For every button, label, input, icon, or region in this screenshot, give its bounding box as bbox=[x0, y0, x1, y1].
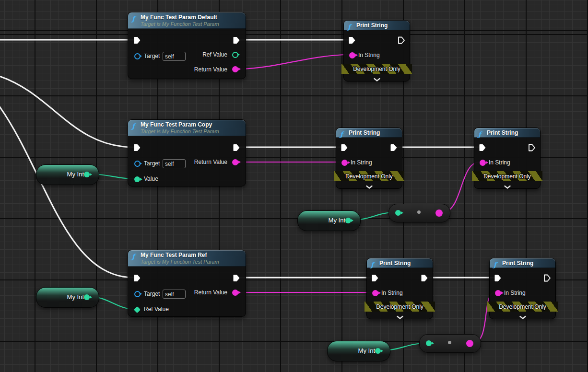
in-string-pin-label: In String bbox=[358, 52, 380, 58]
exec-out-pin[interactable] bbox=[421, 274, 428, 282]
exec-out-pin[interactable] bbox=[233, 36, 240, 44]
chevron-down-icon[interactable] bbox=[396, 313, 404, 317]
conversion-output-pin[interactable] bbox=[466, 340, 473, 347]
chevron-down-icon[interactable] bbox=[365, 183, 373, 187]
target-self-field[interactable] bbox=[163, 159, 186, 168]
dev-only-label: Development Only bbox=[353, 66, 400, 72]
exec-out-pin[interactable] bbox=[398, 36, 405, 44]
function-icon bbox=[494, 260, 500, 267]
node-print-string-5[interactable]: Print String In String Development Only bbox=[489, 258, 556, 319]
exec-in-pin[interactable] bbox=[341, 144, 348, 151]
ref-value-pin-label: Ref Value bbox=[202, 51, 227, 58]
my-int-output-pin[interactable] bbox=[84, 294, 90, 300]
blueprint-graph-canvas[interactable]: My Func Test Param Default Target is My … bbox=[0, 0, 588, 372]
in-string-pin[interactable] bbox=[349, 52, 355, 58]
node-header[interactable]: Print String bbox=[490, 258, 555, 268]
target-pin-label: Target bbox=[144, 53, 160, 59]
return-value-pin[interactable] bbox=[232, 290, 238, 296]
function-icon bbox=[132, 14, 139, 21]
my-int-output-pin[interactable] bbox=[375, 348, 381, 354]
chevron-down-icon[interactable] bbox=[504, 183, 511, 187]
exec-out-pin[interactable] bbox=[529, 144, 535, 151]
exec-out-pin[interactable] bbox=[233, 144, 240, 151]
exec-in-pin[interactable] bbox=[134, 36, 141, 44]
function-icon bbox=[132, 122, 139, 128]
exec-out-pin[interactable] bbox=[544, 274, 551, 282]
node-subtitle: Target is My Function Test Param bbox=[141, 128, 242, 134]
exec-in-pin[interactable] bbox=[479, 144, 486, 151]
target-self-field[interactable] bbox=[163, 52, 186, 61]
dev-only-banner: Development Only bbox=[472, 171, 542, 181]
variable-label: My Int bbox=[358, 347, 375, 354]
node-header[interactable]: My Func Test Param Copy Target is My Fun… bbox=[128, 120, 246, 136]
wire-data-string bbox=[238, 55, 349, 69]
exec-out-pin[interactable] bbox=[390, 144, 397, 151]
node-print-string-4[interactable]: Print String In String Development Only bbox=[366, 258, 433, 319]
target-self-field[interactable] bbox=[163, 290, 186, 299]
node-title: My Func Test Param Copy bbox=[141, 121, 242, 128]
node-int-to-string-conversion-2[interactable] bbox=[419, 334, 481, 353]
node-my-func-test-param-copy[interactable]: My Func Test Param Copy Target is My Fun… bbox=[128, 119, 246, 186]
node-my-int-getter-4[interactable]: My Int bbox=[327, 341, 390, 361]
exec-in-pin[interactable] bbox=[134, 274, 141, 282]
exec-out-pin[interactable] bbox=[233, 274, 240, 282]
node-my-int-getter-3[interactable]: My Int bbox=[36, 287, 99, 308]
node-int-to-string-conversion-1[interactable] bbox=[388, 204, 450, 222]
exec-in-pin[interactable] bbox=[349, 36, 355, 44]
chevron-down-icon[interactable] bbox=[519, 313, 527, 317]
value-pin[interactable] bbox=[134, 176, 140, 182]
node-header[interactable]: My Func Test Param Default Target is My … bbox=[128, 12, 246, 29]
return-value-pin-label: Return Value bbox=[194, 289, 227, 296]
node-print-string-3[interactable]: Print String In String Development Only bbox=[474, 128, 541, 189]
in-string-pin[interactable] bbox=[341, 160, 348, 166]
dev-only-label: Development Only bbox=[376, 303, 423, 310]
node-print-string-2[interactable]: Print String In String Development Only bbox=[336, 128, 402, 189]
target-pin[interactable] bbox=[134, 161, 141, 167]
exec-in-pin[interactable] bbox=[372, 274, 378, 282]
conversion-input-pin[interactable] bbox=[395, 210, 401, 216]
node-header[interactable]: Print String bbox=[336, 128, 402, 138]
target-pin[interactable] bbox=[134, 291, 141, 297]
ref-value-pin[interactable] bbox=[232, 52, 238, 58]
node-title: Print String bbox=[487, 129, 536, 136]
node-my-func-test-param-ref[interactable]: My Func Test Param Ref Target is My Func… bbox=[128, 250, 246, 317]
in-string-pin-label: In String bbox=[489, 159, 510, 166]
node-header[interactable]: Print String bbox=[344, 21, 410, 30]
node-subtitle: Target is My Function Test Param bbox=[141, 21, 242, 27]
node-print-string-1[interactable]: Print String In String Development Only bbox=[343, 20, 410, 81]
return-value-pin[interactable] bbox=[232, 159, 238, 165]
return-value-pin-label: Return Value bbox=[194, 66, 227, 73]
in-string-pin[interactable] bbox=[480, 160, 486, 166]
ref-value-pin[interactable] bbox=[134, 306, 141, 313]
chevron-down-icon[interactable] bbox=[373, 75, 381, 80]
value-pin-label: Value bbox=[144, 175, 158, 182]
in-string-pin-label: In String bbox=[381, 290, 403, 296]
dev-only-label: Development Only bbox=[345, 173, 393, 180]
node-my-int-getter-2[interactable]: My Int bbox=[297, 210, 361, 231]
target-pin[interactable] bbox=[134, 53, 141, 59]
conversion-input-pin[interactable] bbox=[426, 340, 432, 346]
node-header[interactable]: My Func Test Param Ref Target is My Func… bbox=[128, 250, 246, 267]
in-string-pin[interactable] bbox=[495, 290, 501, 296]
node-header[interactable]: Print String bbox=[367, 258, 433, 268]
exec-in-pin[interactable] bbox=[134, 144, 141, 151]
node-my-func-test-param-default[interactable]: My Func Test Param Default Target is My … bbox=[128, 12, 246, 79]
return-value-pin-label: Return Value bbox=[194, 159, 227, 165]
conversion-output-pin[interactable] bbox=[435, 209, 443, 217]
dev-only-banner: Development Only bbox=[365, 302, 435, 312]
ref-value-pin-label: Ref Value bbox=[144, 306, 169, 313]
in-string-pin[interactable] bbox=[372, 290, 378, 296]
node-header[interactable]: Print String bbox=[474, 128, 540, 138]
function-icon bbox=[371, 260, 377, 267]
target-pin-label: Target bbox=[144, 160, 160, 167]
my-int-output-pin[interactable] bbox=[84, 172, 90, 177]
node-my-int-getter-1[interactable]: My Int bbox=[36, 164, 99, 185]
exec-in-pin[interactable] bbox=[494, 274, 501, 282]
function-icon bbox=[348, 23, 354, 29]
in-string-pin-label: In String bbox=[504, 290, 526, 296]
return-value-pin[interactable] bbox=[232, 66, 238, 72]
function-icon bbox=[340, 130, 347, 137]
variable-label: My Int bbox=[329, 217, 345, 224]
node-title: My Func Test Param Default bbox=[141, 14, 242, 21]
my-int-output-pin[interactable] bbox=[345, 218, 351, 223]
